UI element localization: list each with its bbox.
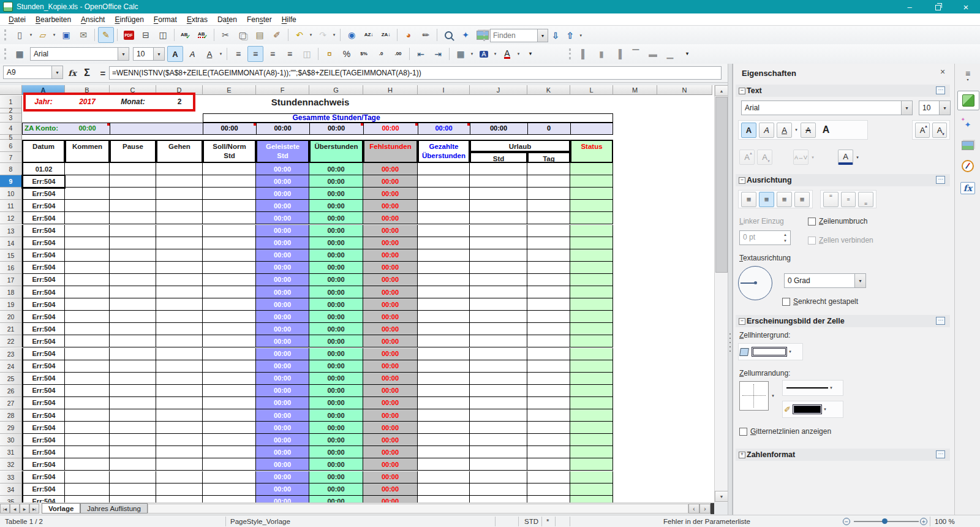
cell-A15[interactable]: Err:504	[22, 249, 65, 262]
cell-C31[interactable]	[110, 446, 156, 458]
cell-G22[interactable]: 00:00	[309, 335, 363, 347]
header-kommen[interactable]: Kommen	[65, 140, 110, 164]
cell-A27[interactable]: Err:504	[22, 397, 65, 409]
cell-D17[interactable]	[156, 274, 203, 286]
grid-corner[interactable]	[0, 85, 22, 95]
cell-K35[interactable]	[527, 496, 570, 502]
italic-icon[interactable]: A	[759, 123, 774, 138]
chevron-down-icon[interactable]: ▾	[828, 385, 834, 390]
cell-G24[interactable]: 00:00	[309, 360, 363, 373]
cell-I8[interactable]	[418, 163, 470, 175]
cell-G11[interactable]: 00:00	[309, 200, 363, 212]
line-color-swatch[interactable]	[793, 404, 822, 414]
formatting-overflow-icon[interactable]: ▾	[522, 46, 538, 62]
cell-K24[interactable]	[527, 360, 570, 373]
za-cell-I[interactable]: 00:00	[418, 123, 470, 135]
last-sheet-icon[interactable]: ▶|	[29, 504, 39, 514]
cell-J34[interactable]	[470, 483, 527, 496]
row-header-31[interactable]: 31	[0, 446, 22, 458]
collapse-icon[interactable]: −	[739, 88, 745, 94]
cell-A32[interactable]: Err:504	[22, 458, 65, 471]
cell-G34[interactable]: 00:00	[309, 483, 363, 496]
cell-H34[interactable]: 00:00	[363, 483, 418, 496]
cell-F20[interactable]: 00:00	[256, 311, 309, 323]
cell-D11[interactable]	[156, 200, 203, 212]
cell-J28[interactable]	[470, 409, 527, 422]
cell-C12[interactable]	[110, 212, 156, 224]
cell-A17[interactable]: Err:504	[22, 274, 65, 286]
cell-J9[interactable]	[470, 175, 527, 188]
cell-A34[interactable]: Err:504	[22, 483, 65, 496]
formula-input[interactable]	[109, 66, 722, 80]
undo-icon[interactable]: ↶	[292, 27, 307, 43]
cell-G18[interactable]: 00:00	[309, 286, 363, 298]
cell-H21[interactable]: 00:00	[363, 323, 418, 335]
header-status[interactable]: Status	[570, 140, 613, 164]
deck-navigator-icon[interactable]	[957, 157, 978, 175]
cell-H16[interactable]: 00:00	[363, 262, 418, 274]
cell-I11[interactable]	[418, 200, 470, 212]
cell-L33[interactable]	[570, 471, 613, 483]
border-dropdown-icon[interactable]: ▾	[770, 393, 776, 398]
scrollbar-thumb[interactable]	[715, 97, 728, 273]
zoom-level[interactable]: 100 %	[935, 515, 955, 527]
cell-A35[interactable]: Err:504	[22, 496, 65, 502]
cell-J19[interactable]	[470, 298, 527, 311]
za-cell-F[interactable]: 00:00	[256, 123, 309, 135]
cell-L10[interactable]	[570, 188, 613, 200]
minimize-icon[interactable]: –	[895, 0, 924, 13]
cell-H15[interactable]: 00:00	[363, 249, 418, 262]
align-center-icon[interactable]: ≡	[247, 46, 263, 62]
font-size-combobox[interactable]: 10 ▾	[133, 47, 165, 61]
cell-B17[interactable]	[65, 274, 110, 286]
sidebar-font-name-combobox[interactable]: Arial ▾	[741, 100, 913, 115]
cell-E17[interactable]	[203, 274, 256, 286]
cell-D9[interactable]	[156, 175, 203, 188]
cell-D34[interactable]	[156, 483, 203, 496]
cell-G19[interactable]: 00:00	[309, 298, 363, 311]
stacked-label[interactable]: Senkrecht gestapelt	[793, 297, 858, 306]
row-header-30[interactable]: 30	[0, 434, 22, 446]
cell-I26[interactable]	[418, 385, 470, 397]
cell-F33[interactable]: 00:00	[256, 471, 309, 483]
cell-H28[interactable]: 00:00	[363, 409, 418, 422]
cell-B21[interactable]	[65, 323, 110, 335]
row-header-20[interactable]: 20	[0, 311, 22, 323]
auto-spellcheck-icon[interactable]: AB✓	[195, 27, 211, 43]
cell-H24[interactable]: 00:00	[363, 360, 418, 373]
chevron-down-icon[interactable]: ▾	[118, 48, 129, 60]
col-header-I[interactable]: I	[418, 85, 470, 95]
row-header-4[interactable]: 4	[0, 123, 22, 135]
cell-C27[interactable]	[110, 397, 156, 409]
cell-L29[interactable]	[570, 422, 613, 434]
cell-E24[interactable]	[203, 360, 256, 373]
header-soll-norm[interactable]: Soll/NormStd	[203, 140, 256, 164]
cell-B30[interactable]	[65, 434, 110, 446]
cell-J33[interactable]	[470, 471, 527, 483]
col-header-N[interactable]: N	[657, 85, 712, 95]
cell-D22[interactable]	[156, 335, 203, 347]
cell-E12[interactable]	[203, 212, 256, 224]
header-gezahlte-ueberstunden[interactable]: GezahlteÜberstunden	[418, 140, 470, 164]
cell-I14[interactable]	[418, 237, 470, 249]
pane-splitter[interactable]	[710, 503, 714, 514]
open-icon[interactable]: ▱	[35, 27, 51, 43]
cell-G17[interactable]: 00:00	[309, 274, 363, 286]
close-icon[interactable]: ×	[952, 0, 980, 13]
cell-J13[interactable]	[470, 225, 527, 237]
cell-B18[interactable]	[65, 286, 110, 298]
cell-K13[interactable]	[527, 225, 570, 237]
cut-icon[interactable]: ✂	[217, 27, 233, 43]
row-header-8[interactable]: 8	[0, 163, 22, 175]
cell-C15[interactable]	[110, 249, 156, 262]
cell-J10[interactable]	[470, 188, 527, 200]
cell-E22[interactable]	[203, 335, 256, 347]
cell-J11[interactable]	[470, 200, 527, 212]
row-header-17[interactable]: 17	[0, 274, 22, 286]
font-color-dropdown-icon[interactable]: ▾	[854, 155, 861, 160]
page-style[interactable]: PageStyle_Vorlage	[230, 515, 290, 527]
cell-I33[interactable]	[418, 471, 470, 483]
cell-A33[interactable]: Err:504	[22, 471, 65, 483]
background-color-dropdown-icon[interactable]: ▾	[787, 349, 793, 354]
cell-K27[interactable]	[527, 397, 570, 409]
